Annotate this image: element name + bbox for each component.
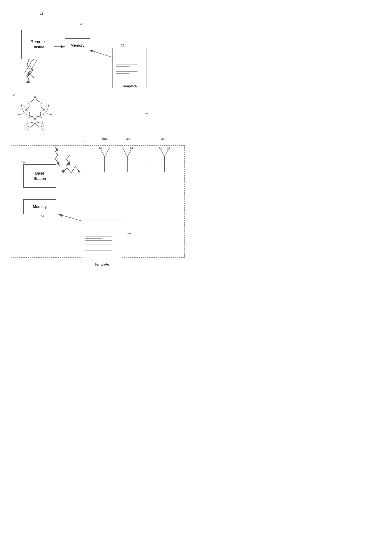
bdoc-line-5: [85, 247, 102, 247]
label-10: 10: [84, 139, 88, 143]
template-top-label: Template: [122, 84, 137, 88]
template-top-doc: Template: [112, 48, 146, 88]
starburst-icon: [12, 91, 58, 138]
svg-marker-26: [77, 170, 81, 172]
svg-line-13: [105, 148, 109, 157]
signal-zigzag: [61, 163, 82, 176]
diagram: 18 26 22 20 12 10 14 16a 16b 16n 24 22 R…: [0, 0, 196, 268]
ellipsis-label: ···: [147, 158, 153, 164]
memory-bottom-box: Memory: [23, 199, 56, 214]
svg-line-12: [100, 148, 105, 157]
bdoc-line-4: [85, 245, 112, 245]
antenna-16b: [122, 144, 139, 172]
label-18: 18: [40, 12, 43, 15]
doc-line-1: [116, 62, 138, 62]
starburst-svg: [12, 91, 58, 138]
svg-line-17: [123, 148, 127, 157]
svg-line-18: [127, 148, 132, 157]
bdoc-line-1: [85, 236, 112, 236]
doc-line-4: [116, 71, 138, 72]
label-26: 26: [79, 22, 83, 26]
doc-line-3: [116, 66, 130, 67]
template-bottom-doc: Template: [82, 221, 122, 266]
base-station-label: Base Station: [33, 171, 46, 181]
memory-top-label: Memory: [70, 43, 84, 48]
svg-marker-29: [26, 59, 30, 60]
label-22-top: 22: [121, 43, 125, 47]
bdoc-line-6: [85, 250, 112, 251]
bdoc-line-3: [85, 240, 112, 241]
remote-facility-box: Remote Facility: [21, 30, 54, 59]
rf-signal-arrows: [23, 59, 40, 87]
memory-top-box: Memory: [65, 38, 90, 53]
svg-marker-28: [26, 80, 30, 83]
label-12: 12: [144, 112, 148, 116]
template-bottom-label: Template: [95, 262, 109, 267]
base-station-box: Base Station: [23, 164, 56, 188]
svg-line-22: [160, 148, 164, 157]
bdoc-line-2: [85, 238, 102, 239]
antenna-16n: [159, 144, 176, 172]
remote-facility-label: Remote Facility: [31, 39, 45, 50]
svg-line-23: [164, 148, 169, 157]
label-16b: 16b: [125, 137, 131, 140]
doc-line-5: [116, 73, 130, 74]
antenna-16a: [99, 144, 116, 172]
memory-bottom-label: Memory: [33, 204, 47, 209]
label-16a: 16a: [102, 137, 107, 140]
label-16n: 16n: [160, 137, 166, 140]
doc-line-2: [116, 64, 138, 65]
